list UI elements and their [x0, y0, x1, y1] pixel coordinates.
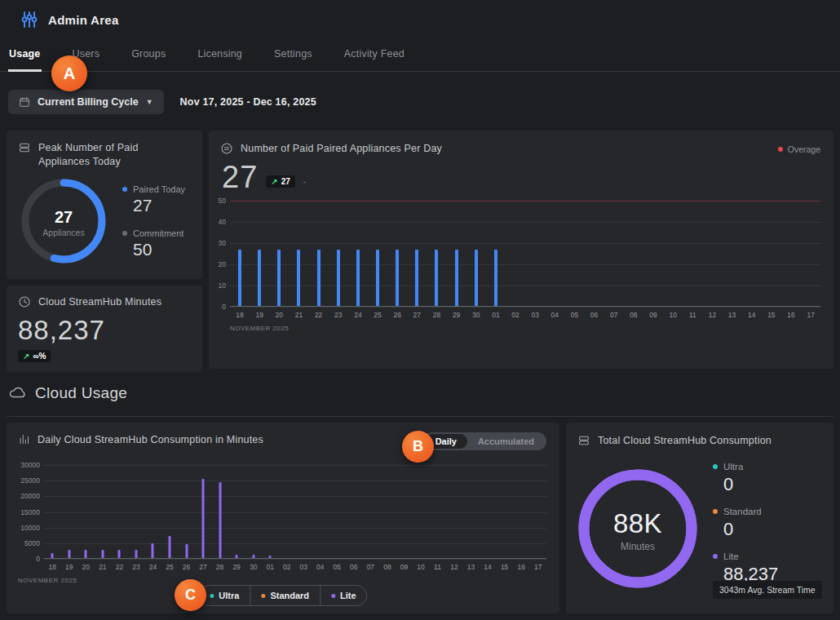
tab-groups[interactable]: Groups — [130, 41, 166, 71]
billing-cycle-label: Current Billing Cycle — [38, 96, 139, 108]
total-legend: Ultra 0 Standard 0 Lite 88,237 — [713, 462, 778, 596]
x-tick-label: 30 — [466, 311, 486, 319]
legend-standard[interactable]: Standard — [250, 586, 320, 605]
legend-ultra[interactable]: Ultra — [199, 586, 250, 605]
x-tick-label: 03 — [525, 311, 545, 319]
paired-circle-icon — [220, 142, 233, 155]
x-tick-label: 02 — [506, 311, 525, 319]
overage-legend: Overage — [778, 144, 820, 154]
left-column: Peak Number of Paid Appliances Today 27 … — [7, 131, 202, 369]
x-tick-label: 16 — [513, 563, 530, 571]
legend-lite[interactable]: Lite — [320, 586, 367, 605]
x-tick-label: 21 — [95, 563, 112, 571]
x-tick-label: 13 — [723, 311, 742, 319]
bar — [317, 250, 321, 307]
bar — [297, 250, 300, 307]
x-tick-label: 24 — [144, 563, 161, 571]
standard-dot — [261, 594, 265, 598]
y-tick-label: 0 — [222, 303, 226, 311]
section-title: Cloud Usage — [35, 384, 127, 402]
x-axis-line — [44, 558, 546, 559]
overage-dot — [778, 147, 783, 152]
x-tick-label: 20 — [269, 311, 289, 319]
x-tick-label: 27 — [407, 311, 427, 319]
toggle-accumulated[interactable]: Accumulated — [467, 434, 545, 449]
y-tick-label: 0 — [36, 555, 40, 563]
x-tick-label: 09 — [396, 563, 413, 571]
x-tick-label: 24 — [348, 311, 368, 319]
calendar-icon — [19, 96, 30, 108]
x-tick-label: 18 — [44, 563, 61, 571]
y-tick-label: 50 — [219, 197, 226, 205]
chevron-down-icon: ▼ — [146, 98, 153, 106]
gridline — [44, 512, 546, 513]
per-day-headline: 27 ↗ 27 - — [222, 162, 306, 193]
annotation-marker-b: B — [402, 431, 434, 463]
gridline — [230, 201, 820, 202]
gridline — [230, 307, 820, 308]
bar — [238, 250, 241, 307]
daily-card-title: Daily Cloud StreamHub Consumption in Min… — [38, 433, 263, 447]
bar-chart-icon — [18, 433, 30, 445]
x-tick-label: 25 — [368, 311, 387, 319]
x-tick-label: 26 — [178, 563, 195, 571]
bar — [455, 250, 458, 307]
cloud-usage-section-header: Cloud Usage — [8, 384, 127, 402]
peak-center-label: Appliances — [42, 228, 84, 237]
minutes-value: 88,237 — [18, 315, 191, 346]
gridline — [44, 559, 546, 560]
per-day-big-value: 27 — [222, 162, 258, 193]
y-tick-label: 25000 — [20, 476, 40, 485]
legend-paired-today: Paired Today — [122, 184, 185, 194]
x-tick-label: 10 — [413, 563, 430, 571]
x-tick-label: 12 — [702, 311, 722, 319]
billing-cycle-dropdown[interactable]: Current Billing Cycle ▼ — [8, 90, 164, 114]
x-tick-label: 30 — [245, 563, 262, 571]
x-tick-label: 22 — [309, 311, 329, 319]
tab-activity-feed[interactable]: Activity Feed — [343, 41, 405, 71]
tab-licensing[interactable]: Licensing — [197, 41, 243, 71]
trend-up-icon: ↗ — [23, 352, 29, 361]
bar — [475, 250, 478, 307]
y-tick-label: 10 — [219, 281, 226, 290]
month-label: NOVEMBER 2025 — [230, 325, 289, 332]
lite-dot — [331, 594, 335, 598]
tab-usage[interactable]: Usage — [8, 41, 42, 72]
x-tick-label: 05 — [329, 563, 346, 571]
total-donut-chart: 88K Minutes — [577, 467, 699, 593]
daily-consumption-card: Daily Cloud StreamHub Consumption in Min… — [7, 423, 559, 613]
legend-lite: Lite — [713, 551, 778, 561]
ultra-value: 0 — [723, 474, 778, 495]
x-tick-label: 14 — [480, 563, 497, 571]
month-label: NOVEMBER 2025 — [18, 577, 77, 584]
gridline — [230, 222, 820, 223]
total-consumption-card: Total Cloud StreamHub Consumption 88K Mi… — [566, 423, 833, 613]
y-tick-label: 40 — [219, 218, 226, 226]
per-day-card-title: Number of Paid Paired Appliances Per Day — [241, 142, 442, 156]
x-tick-label: 08 — [379, 563, 396, 571]
x-tick-label: 14 — [742, 311, 762, 319]
tab-settings[interactable]: Settings — [273, 41, 313, 71]
per-day-trend-badge: ↗ 27 — [266, 175, 295, 188]
y-tick-label: 15000 — [20, 508, 40, 516]
x-tick-label: 19 — [61, 563, 78, 571]
x-tick-label: 01 — [262, 563, 279, 571]
cloud-icon — [8, 384, 26, 402]
lite-dot — [713, 554, 718, 559]
avg-stream-time-badge: 3043m Avg. Stream Time — [713, 581, 822, 599]
x-tick-label: 23 — [128, 563, 145, 571]
bar — [202, 479, 205, 559]
app-header: Admin Area — [20, 7, 119, 33]
trend-up-icon: ↗ — [271, 177, 277, 186]
gridline — [230, 243, 820, 244]
peak-center-value: 27 — [55, 208, 73, 227]
filter-row: Current Billing Cycle ▼ Nov 17, 2025 - D… — [8, 90, 316, 114]
y-tick-label: 20000 — [20, 492, 40, 500]
y-tick-label: 5000 — [24, 539, 40, 547]
x-tick-label: 09 — [643, 311, 663, 319]
paired-today-value: 27 — [133, 196, 185, 215]
x-tick-label: 08 — [624, 311, 643, 319]
bar — [219, 482, 221, 559]
bar — [494, 250, 497, 307]
x-tick-label: 04 — [545, 311, 564, 319]
